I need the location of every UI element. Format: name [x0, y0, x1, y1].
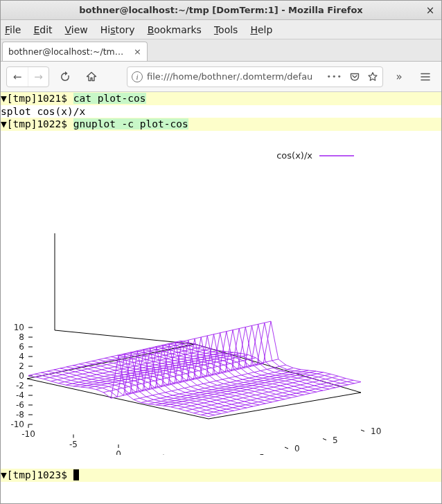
- svg-text:0: 0: [116, 449, 121, 455]
- svg-text:-8: -8: [16, 410, 24, 420]
- fold-marker-icon[interactable]: ▼: [1, 118, 7, 129]
- forward-button[interactable]: →: [28, 67, 48, 87]
- svg-line-1: [55, 330, 195, 344]
- prompt: [tmp]1021$: [7, 93, 73, 104]
- tab-strip: bothner@localhost:~/tmp [D ×: [1, 39, 441, 62]
- output-line: splot cos(x)/x: [1, 106, 85, 117]
- menu-tools[interactable]: Tools: [214, 24, 238, 35]
- menu-history[interactable]: History: [100, 24, 135, 35]
- svg-text:8: 8: [19, 332, 24, 342]
- svg-text:10: 10: [14, 323, 24, 332]
- svg-text:-10: -10: [21, 429, 35, 439]
- nav-group: ← →: [6, 66, 49, 87]
- fold-marker-icon[interactable]: ▼: [1, 469, 7, 480]
- svg-text:-5: -5: [69, 439, 78, 449]
- window-close-button[interactable]: ×: [421, 4, 440, 17]
- svg-text:-2: -2: [16, 381, 24, 390]
- site-info-icon[interactable]: i: [132, 71, 143, 82]
- prompt: [tmp]1022$: [7, 118, 73, 129]
- svg-text:0: 0: [294, 444, 300, 453]
- svg-text:4: 4: [19, 352, 24, 361]
- legend-label: cos(x)/x: [276, 150, 312, 161]
- overflow-button[interactable]: »: [389, 66, 409, 87]
- svg-text:6: 6: [19, 342, 24, 352]
- menu-bookmarks[interactable]: Bookmarks: [148, 24, 202, 35]
- fold-marker-icon[interactable]: ▼: [1, 93, 7, 104]
- page-actions-dots-icon[interactable]: •••: [327, 72, 342, 81]
- menu-help[interactable]: Help: [250, 24, 272, 35]
- svg-line-41: [323, 438, 326, 440]
- pocket-icon[interactable]: [349, 71, 360, 82]
- terminal-content[interactable]: ▼[tmp]1021$ cat plot-cos splot cos(x)/x …: [1, 92, 441, 503]
- tab-label: bothner@localhost:~/tmp [D: [8, 46, 128, 57]
- menu-view[interactable]: View: [65, 24, 88, 35]
- svg-text:2: 2: [19, 361, 24, 371]
- svg-text:-4: -4: [16, 390, 24, 400]
- gnuplot-output: cos(x)/x -10-8-6-4-20246810 -10-50510 -1…: [1, 131, 441, 456]
- titlebar: bothner@localhost:~/tmp [DomTerm:1] - Mo…: [1, 1, 441, 20]
- svg-text:-6: -6: [16, 400, 24, 410]
- svg-line-39: [285, 447, 288, 449]
- svg-text:0: 0: [19, 371, 24, 381]
- command-text: gnuplot -c plot-cos: [73, 118, 188, 129]
- reload-button[interactable]: [55, 66, 76, 87]
- browser-tab[interactable]: bothner@localhost:~/tmp [D ×: [2, 42, 148, 61]
- surface-mesh: [28, 321, 361, 416]
- menu-file[interactable]: File: [5, 24, 21, 35]
- bookmark-star-icon[interactable]: [367, 71, 378, 82]
- url-bar[interactable]: i file:///home/bothner/.domterm/defau ••…: [127, 66, 383, 87]
- svg-text:5: 5: [333, 435, 338, 444]
- blank-line: [1, 457, 7, 468]
- back-button[interactable]: ←: [7, 67, 28, 87]
- url-text: file:///home/bothner/.domterm/defau: [147, 71, 323, 82]
- app-menu-button[interactable]: [415, 66, 436, 87]
- toolbar: ← → i file:///home/bothner/.domterm/defa…: [1, 62, 441, 92]
- svg-text:-10: -10: [10, 420, 24, 429]
- home-button[interactable]: [81, 66, 102, 87]
- svg-text:-5: -5: [256, 452, 265, 455]
- command-text: cat plot-cos: [73, 93, 146, 104]
- svg-line-43: [361, 430, 364, 431]
- cursor: [73, 469, 79, 480]
- tab-close-button[interactable]: ×: [134, 46, 141, 57]
- menubar: File Edit View History Bookmarks Tools H…: [1, 20, 441, 39]
- window-title: bothner@localhost:~/tmp [DomTerm:1] - Mo…: [1, 5, 441, 15]
- svg-text:10: 10: [371, 426, 381, 436]
- prompt: [tmp]1023$: [7, 469, 73, 480]
- menu-edit[interactable]: Edit: [33, 24, 52, 35]
